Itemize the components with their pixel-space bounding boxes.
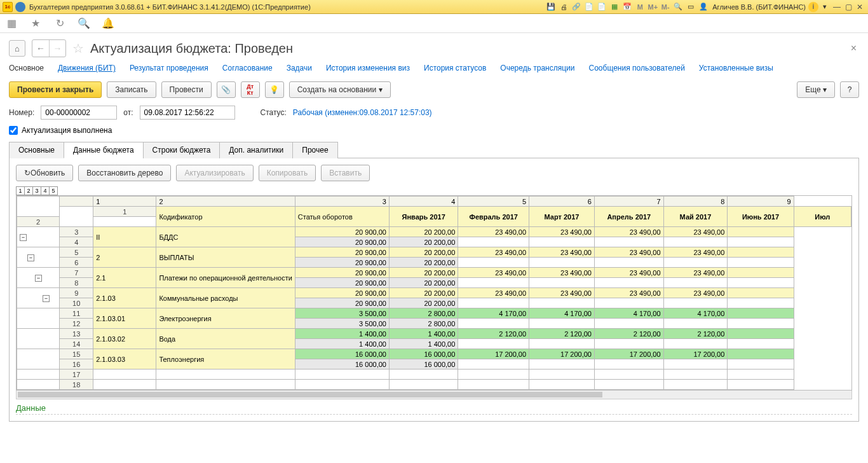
grid-cell[interactable]: 23 490,00 — [594, 288, 663, 298]
grid-cell[interactable]: 2 800,00 — [389, 308, 458, 319]
grid-cell[interactable]: 23 490,00 — [529, 227, 595, 237]
grid-cell[interactable]: 20 200,00 — [389, 288, 458, 298]
grid-cell-art[interactable]: Теплоэнергия — [156, 349, 295, 370]
close-button[interactable]: ✕ — [854, 3, 865, 11]
grid-cell[interactable] — [594, 298, 663, 308]
grid-cell[interactable]: 1 400,00 — [389, 329, 458, 339]
grid-cell[interactable]: 23 490,00 — [663, 288, 728, 298]
grid-cell[interactable] — [529, 298, 595, 308]
link-tab-tasks[interactable]: Задачи — [287, 64, 312, 73]
grid-cell[interactable]: 23 490,00 — [458, 288, 529, 298]
grid-cell[interactable]: 1 400,00 — [295, 339, 389, 349]
grid-cell[interactable]: 23 490,00 — [529, 247, 595, 258]
level-1[interactable]: 1 — [16, 186, 25, 195]
save-icon[interactable]: 💾 — [545, 2, 557, 12]
grid-cell[interactable] — [458, 298, 529, 308]
grid-cell[interactable]: 20 200,00 — [389, 268, 458, 278]
grid-cell[interactable] — [663, 258, 728, 268]
attach-button[interactable]: 📎 — [217, 81, 236, 98]
tab-other[interactable]: Прочее — [292, 142, 337, 158]
grid-cell[interactable]: 16 000,00 — [295, 359, 389, 370]
grid-cell[interactable]: 20 900,00 — [295, 288, 389, 298]
grid-cell-art[interactable]: БДДС — [156, 227, 295, 247]
grid-cell[interactable]: 4 170,00 — [458, 308, 529, 319]
link-tab-approval[interactable]: Согласование — [222, 64, 273, 73]
link-tab-visa-history[interactable]: История изменения виз — [326, 64, 410, 73]
windows-icon[interactable]: ▭ — [685, 2, 696, 12]
grid-cell-art[interactable]: Платежи по операционной деятельности — [156, 268, 295, 288]
grid-cell[interactable] — [728, 298, 794, 308]
grid-cell[interactable] — [663, 278, 728, 288]
grid-cell[interactable] — [728, 359, 794, 370]
link-tab-messages[interactable]: Сообщения пользователей — [589, 64, 685, 73]
grid-cell[interactable]: 17 200,00 — [458, 349, 529, 359]
tab-budget-data[interactable]: Данные бюджета — [64, 142, 144, 158]
tab-extra-analytics[interactable]: Доп. аналитики — [219, 142, 293, 158]
grid-cell[interactable] — [529, 339, 595, 349]
grid-cell[interactable] — [728, 268, 794, 278]
grid-cell[interactable]: 16 000,00 — [295, 349, 389, 359]
link-tab-visas[interactable]: Установленные визы — [699, 64, 773, 73]
grid-cell[interactable] — [728, 288, 794, 298]
doc-icon[interactable]: 📄 — [583, 2, 595, 12]
grid-scroll[interactable]: 1234567891КодификаторСтатья оборотовЯнва… — [16, 195, 852, 390]
grid-cell[interactable]: 20 200,00 — [389, 247, 458, 258]
calc-icon[interactable]: ▦ — [609, 2, 620, 12]
grid-cell[interactable] — [529, 278, 595, 288]
date-field[interactable] — [140, 106, 235, 120]
grid-cell[interactable]: 23 490,00 — [594, 268, 663, 278]
grid-cell[interactable]: 20 900,00 — [295, 268, 389, 278]
link-tab-main[interactable]: Основное — [9, 64, 44, 73]
grid-cell[interactable] — [529, 319, 595, 329]
grid-cell[interactable] — [458, 258, 529, 268]
paste-button[interactable]: Вставить — [321, 165, 370, 181]
grid-cell[interactable]: 23 490,00 — [458, 247, 529, 258]
grid-cell[interactable]: 17 200,00 — [529, 349, 595, 359]
grid-cell[interactable]: 20 200,00 — [389, 227, 458, 237]
grid-cell[interactable]: 2 120,00 — [663, 329, 728, 339]
m-icon[interactable]: M — [634, 2, 646, 12]
tree-cell[interactable] — [17, 349, 60, 370]
grid-cell[interactable]: 20 900,00 — [295, 258, 389, 268]
minimize-button[interactable]: — — [831, 3, 843, 11]
level-3[interactable]: 3 — [32, 186, 41, 195]
more-button[interactable]: Еще ▾ — [797, 81, 835, 98]
grid-cell[interactable] — [594, 278, 663, 288]
grid-cell-art[interactable]: Коммунальные расходы — [156, 288, 295, 308]
grid-cell-art[interactable]: Вода — [156, 329, 295, 349]
grid-cell[interactable] — [728, 278, 794, 288]
search-icon[interactable]: 🔍 — [78, 17, 90, 30]
grid-cell[interactable]: 2 120,00 — [594, 329, 663, 339]
link-tab-status-history[interactable]: История статусов — [424, 64, 486, 73]
forward-button[interactable]: → — [49, 40, 65, 57]
link-tab-movements[interactable]: Движения (БИТ) — [58, 64, 116, 73]
number-field[interactable] — [41, 106, 117, 120]
save-button[interactable]: Записать — [107, 81, 156, 98]
grid-cell-kod[interactable]: 2.1.03 — [93, 288, 156, 308]
grid-cell[interactable]: 23 490,00 — [663, 247, 728, 258]
grid-cell[interactable] — [728, 258, 794, 268]
tree-cell[interactable]: − — [17, 227, 60, 247]
grid-cell[interactable]: 23 490,00 — [663, 227, 728, 237]
grid-cell[interactable]: 20 200,00 — [389, 258, 458, 268]
hint-button[interactable]: 💡 — [265, 81, 284, 98]
grid-cell[interactable]: 23 490,00 — [663, 268, 728, 278]
bell-icon[interactable]: 🔔 — [102, 17, 114, 30]
dropdown-icon[interactable]: ▾ — [819, 2, 831, 12]
grid-cell[interactable] — [529, 359, 595, 370]
print-icon[interactable]: 🖨 — [558, 2, 569, 12]
grid-cell[interactable]: 20 900,00 — [295, 227, 389, 237]
grid-cell[interactable]: 17 200,00 — [594, 349, 663, 359]
grid-cell[interactable] — [728, 339, 794, 349]
grid-cell[interactable]: 23 490,00 — [458, 227, 529, 237]
grid-cell[interactable] — [728, 227, 794, 237]
grid-cell[interactable]: 4 170,00 — [663, 308, 728, 319]
dtkt-button[interactable]: ДтКт — [241, 81, 260, 98]
grid-cell[interactable]: 17 200,00 — [663, 349, 728, 359]
grid-cell[interactable]: 23 490,00 — [594, 227, 663, 237]
grid-cell-kod[interactable]: 2 — [93, 247, 156, 268]
doc2-icon[interactable]: 📄 — [596, 2, 607, 12]
grid-cell[interactable] — [594, 339, 663, 349]
calendar-icon[interactable]: 📅 — [621, 2, 633, 12]
grid-cell[interactable]: 23 490,00 — [529, 268, 595, 278]
